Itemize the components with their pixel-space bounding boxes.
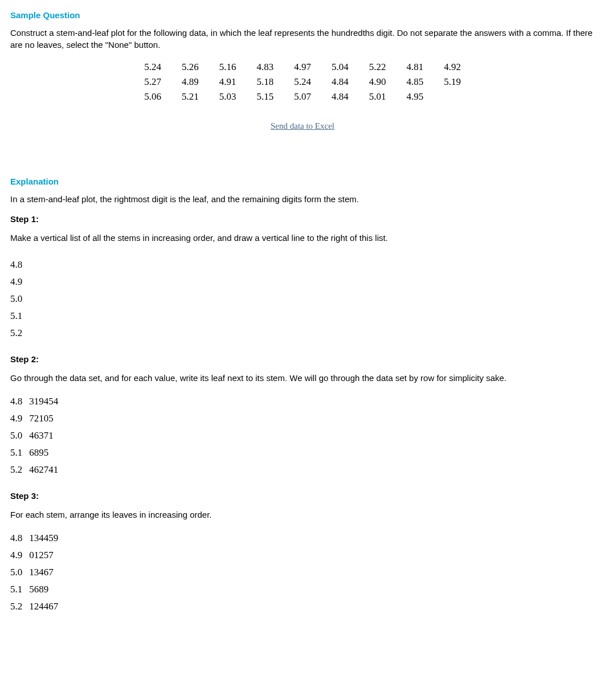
stem-cell: 5.1 xyxy=(10,581,29,598)
leaves-cell: 13467 xyxy=(29,564,58,581)
stem-cell: 4.9 xyxy=(10,547,29,564)
stem-cell: 5.0 xyxy=(10,564,29,581)
step1-stem-list: 4.8 4.9 5.0 5.1 5.2 xyxy=(10,256,595,342)
leaves-cell: 5689 xyxy=(29,581,58,598)
data-cell: 5.18 xyxy=(246,75,284,89)
leaves-cell: 01257 xyxy=(29,547,58,564)
table-row: 5.27 4.89 4.91 5.18 5.24 4.84 4.90 4.85 … xyxy=(134,75,471,89)
leaves-cell: 46371 xyxy=(29,427,58,444)
stemleaf-row: 5.1 6895 xyxy=(10,444,58,461)
leaves-cell: 462741 xyxy=(29,461,58,478)
data-cell: 4.85 xyxy=(396,75,434,89)
data-cell: 4.92 xyxy=(434,60,471,75)
stem-cell: 5.2 xyxy=(10,598,29,615)
stem-cell: 4.8 xyxy=(10,530,29,547)
data-cell xyxy=(434,89,471,104)
stem-value: 4.9 xyxy=(10,273,595,290)
data-cell: 5.01 xyxy=(359,89,396,104)
data-cell: 5.27 xyxy=(134,75,171,89)
leaves-cell: 319454 xyxy=(29,393,58,410)
step3-stemleaf-table: 4.8 134459 4.9 01257 5.0 13467 5.1 5689 … xyxy=(10,530,58,615)
leaves-cell: 72105 xyxy=(29,410,58,427)
stemleaf-row: 5.1 5689 xyxy=(10,581,58,598)
data-cell: 5.16 xyxy=(209,60,247,75)
stem-cell: 5.0 xyxy=(10,427,29,444)
data-cell: 4.95 xyxy=(396,89,434,104)
question-prompt: Construct a stem-and-leaf plot for the f… xyxy=(10,27,595,51)
sample-question-heading: Sample Question xyxy=(10,10,595,20)
table-row: 5.24 5.26 5.16 4.83 4.97 5.04 5.22 4.81 … xyxy=(134,60,471,75)
step1-label: Step 1: xyxy=(10,214,595,224)
stemleaf-row: 5.2 124467 xyxy=(10,598,58,615)
stem-value: 5.1 xyxy=(10,308,595,325)
stemleaf-row: 4.8 134459 xyxy=(10,530,58,547)
stem-value: 5.0 xyxy=(10,290,595,308)
data-cell: 5.03 xyxy=(209,89,247,104)
data-cell: 5.24 xyxy=(284,75,321,89)
data-cell: 4.91 xyxy=(209,75,247,89)
data-cell: 5.24 xyxy=(134,60,171,75)
data-cell: 5.22 xyxy=(359,60,396,75)
data-cell: 4.84 xyxy=(321,89,359,104)
explanation-intro: In a stem-and-leaf plot, the rightmost d… xyxy=(10,193,595,205)
data-cell: 5.21 xyxy=(171,89,209,104)
data-cell: 5.15 xyxy=(246,89,284,104)
data-cell: 4.97 xyxy=(284,60,321,75)
stem-value: 4.8 xyxy=(10,256,595,273)
step2-text: Go through the data set, and for each va… xyxy=(10,372,595,384)
stem-cell: 5.2 xyxy=(10,461,29,478)
leaves-cell: 134459 xyxy=(29,530,58,547)
step2-label: Step 2: xyxy=(10,354,595,364)
stem-cell: 5.1 xyxy=(10,444,29,461)
data-cell: 5.07 xyxy=(284,89,321,104)
send-to-excel-link[interactable]: Send data to Excel xyxy=(10,121,595,131)
data-table: 5.24 5.26 5.16 4.83 4.97 5.04 5.22 4.81 … xyxy=(134,60,471,104)
stemleaf-row: 4.8 319454 xyxy=(10,393,58,410)
step2-stemleaf-table: 4.8 319454 4.9 72105 5.0 46371 5.1 6895 … xyxy=(10,393,58,478)
data-cell: 5.26 xyxy=(171,60,209,75)
data-cell: 5.06 xyxy=(134,89,171,104)
stemleaf-row: 5.0 46371 xyxy=(10,427,58,444)
step3-label: Step 3: xyxy=(10,491,595,501)
data-cell: 4.83 xyxy=(246,60,284,75)
table-row: 5.06 5.21 5.03 5.15 5.07 4.84 5.01 4.95 xyxy=(134,89,471,104)
data-cell: 4.81 xyxy=(396,60,434,75)
step1-text: Make a vertical list of all the stems in… xyxy=(10,232,595,244)
data-cell: 4.89 xyxy=(171,75,209,89)
stem-value: 5.2 xyxy=(10,325,595,342)
data-cell: 5.04 xyxy=(321,60,359,75)
step3-text: For each stem, arrange its leaves in inc… xyxy=(10,509,595,521)
stem-cell: 4.8 xyxy=(10,393,29,410)
stemleaf-row: 5.0 13467 xyxy=(10,564,58,581)
leaves-cell: 124467 xyxy=(29,598,58,615)
leaves-cell: 6895 xyxy=(29,444,58,461)
stemleaf-row: 5.2 462741 xyxy=(10,461,58,478)
stemleaf-row: 4.9 72105 xyxy=(10,410,58,427)
stemleaf-row: 4.9 01257 xyxy=(10,547,58,564)
explanation-heading: Explanation xyxy=(10,177,595,186)
data-cell: 5.19 xyxy=(434,75,471,89)
stem-cell: 4.9 xyxy=(10,410,29,427)
data-cell: 4.84 xyxy=(321,75,359,89)
data-cell: 4.90 xyxy=(359,75,396,89)
